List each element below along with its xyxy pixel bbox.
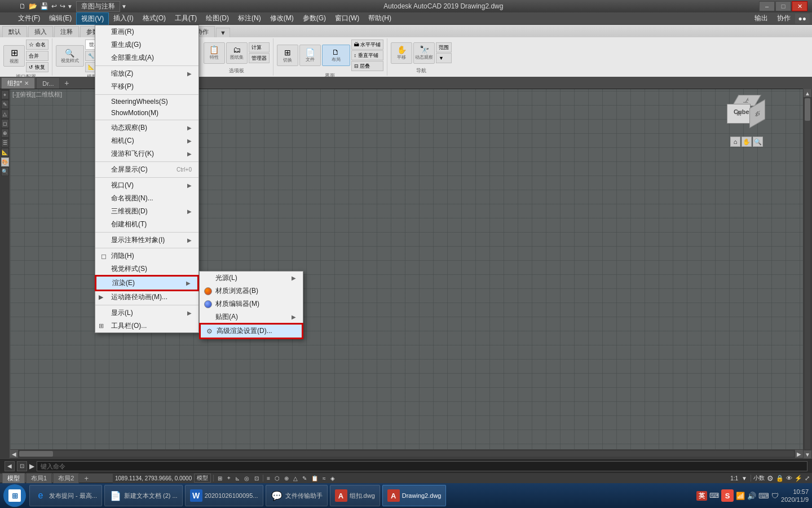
- tray-speaker[interactable]: 🔊: [747, 492, 756, 500]
- qa-new[interactable]: 🗋: [18, 2, 27, 10]
- status-mode[interactable]: 模型: [194, 474, 211, 483]
- tab-close-1[interactable]: ✕: [24, 80, 29, 86]
- menu-motionpath[interactable]: ▶ 运动路径动画(M)...: [95, 291, 198, 304]
- btn-viewport-restore[interactable]: ⊞ 视图: [3, 45, 25, 67]
- render-advanced-settings[interactable]: ⚙ 高级渲染设置(D)...: [200, 323, 303, 339]
- layout1-tab[interactable]: 布局1: [26, 473, 52, 484]
- cleanscreen[interactable]: ⤢: [805, 475, 810, 482]
- tray-input-method[interactable]: ⌨: [709, 492, 719, 500]
- nav-zoom[interactable]: 🔍: [753, 137, 763, 147]
- scroll-left-btn[interactable]: ◀: [10, 450, 18, 458]
- menu-regenall[interactable]: 全部重生成(A): [95, 51, 198, 64]
- annot-visibility[interactable]: ◈: [329, 475, 336, 481]
- vertical-scrollbar[interactable]: ▲ ▼: [803, 89, 812, 458]
- tray-s-icon[interactable]: S: [721, 489, 734, 502]
- menu-help[interactable]: 帮助(H): [364, 12, 396, 25]
- lt-btn-8[interactable]: 🎨: [1, 157, 9, 167]
- scroll-up-btn[interactable]: ▲: [804, 89, 811, 97]
- model-tab[interactable]: 模型: [2, 473, 25, 484]
- btn-dynamic-obs[interactable]: 🔭 动态观察: [413, 42, 435, 64]
- qa-dropdown[interactable]: ▼: [67, 3, 73, 10]
- dyn-input[interactable]: ✎: [301, 475, 308, 481]
- btn-viewport-conf[interactable]: 合并: [26, 51, 48, 61]
- menu-fullscreen[interactable]: 全屏显示(C)Ctrl+0: [95, 163, 198, 176]
- hardware-accel[interactable]: ⚡: [795, 475, 802, 482]
- menu-view[interactable]: 视图(V): [76, 12, 109, 25]
- menu-showmotion[interactable]: ShowMotion(M): [95, 107, 198, 119]
- btn-layers-off[interactable]: ↕ 垂直平铺: [351, 50, 384, 60]
- new-layout-btn[interactable]: +: [81, 474, 91, 483]
- qa-redo[interactable]: ↪: [59, 2, 67, 10]
- btn-named-views[interactable]: ☆ 命名: [26, 40, 48, 50]
- tray-security[interactable]: 🛡: [771, 492, 779, 500]
- taskbar-wechat[interactable]: 💬 文件传输助手: [266, 485, 328, 506]
- lt-btn-6[interactable]: ☰: [1, 138, 9, 147]
- osnap-toggle[interactable]: ⊡: [253, 475, 261, 482]
- 3dosnap-toggle[interactable]: △: [292, 475, 299, 481]
- menu-render[interactable]: 渲染(E)▶: [95, 275, 198, 291]
- viewport-label[interactable]: [-][俯视][二维线框]: [12, 90, 62, 99]
- sel-cycle[interactable]: ⊕: [283, 475, 290, 481]
- menu-format[interactable]: 格式(O): [138, 12, 170, 25]
- ortho-toggle[interactable]: ⊾: [234, 475, 241, 481]
- btn-switch-window[interactable]: ⊞ 切换: [277, 45, 298, 66]
- scroll-thumb-v[interactable]: [805, 98, 810, 121]
- nav-home[interactable]: ⌂: [730, 137, 740, 147]
- scroll-down-btn[interactable]: ▼: [804, 450, 811, 458]
- menu-steeringwheels[interactable]: SteeringWheels(S): [95, 96, 198, 107]
- btn-properties[interactable]: 📋 特性: [204, 42, 225, 64]
- layout2-tab[interactable]: 布局2: [53, 473, 79, 484]
- render-lights[interactable]: 光源(L)▶: [200, 271, 303, 284]
- minimize-btn[interactable]: –: [759, 1, 775, 11]
- btn-viewport-restore2[interactable]: ↺ 恢复: [26, 62, 48, 72]
- lt-btn-3[interactable]: △: [1, 110, 9, 119]
- menu-extra-btn[interactable]: ●●: [795, 14, 810, 24]
- btn-layers-lock[interactable]: ⊟ 层叠: [351, 61, 384, 71]
- lwt-toggle[interactable]: ≡: [266, 475, 271, 481]
- qa-open[interactable]: 📂: [28, 2, 38, 10]
- command-input[interactable]: [37, 461, 807, 471]
- btn-dbconn[interactable]: 计算: [249, 42, 270, 52]
- lt-btn-4[interactable]: ◻: [1, 119, 9, 128]
- taskbar-acad2[interactable]: A Drawing2.dwg: [382, 485, 447, 506]
- nav-zoom-in[interactable]: 范围: [436, 42, 452, 52]
- ribbon-tab-annotation[interactable]: 注释: [54, 26, 79, 37]
- cmd-nav-back[interactable]: ◀: [5, 461, 15, 471]
- start-button[interactable]: ⊞: [3, 484, 26, 507]
- menu-dimension[interactable]: 标注(N): [233, 12, 266, 25]
- qprop-toggle[interactable]: 📋: [310, 475, 319, 481]
- isolate-btn[interactable]: 👁: [786, 475, 792, 481]
- btn-file-tabs[interactable]: 📄 文件: [299, 45, 321, 66]
- scroll-track-h[interactable]: [19, 451, 794, 457]
- menu-hide[interactable]: ◻ 消隐(H): [95, 249, 198, 262]
- menu-display[interactable]: 显示(L)▶: [95, 306, 198, 319]
- menu-tools[interactable]: 工具(T): [170, 12, 201, 25]
- menu-createcamera[interactable]: 创建相机(T): [95, 218, 198, 231]
- render-mapping[interactable]: 贴图(A)▶: [200, 310, 303, 323]
- render-matbrowser[interactable]: 材质浏览器(B): [200, 284, 303, 297]
- workspace-switcher[interactable]: ⚙: [767, 474, 774, 483]
- close-btn[interactable]: ✕: [792, 1, 807, 11]
- menu-3dviews[interactable]: 三维视图(D)▶: [95, 205, 198, 218]
- menu-zoom[interactable]: 缩放(Z)▶: [95, 67, 198, 80]
- lock-icon[interactable]: 🔒: [776, 475, 784, 482]
- ribbon-section-dropdown[interactable]: ▼: [120, 3, 128, 10]
- ribbon-tab-default[interactable]: 默认: [2, 26, 27, 37]
- taskbar-ie[interactable]: e 发布提问 - 最高...: [29, 485, 102, 506]
- taskbar-notepad[interactable]: 📄 新建文本文档 (2) ...: [104, 485, 183, 506]
- btn-sheetset[interactable]: 🗂 图纸集: [226, 42, 248, 64]
- nav-zoom-ext[interactable]: ▼: [436, 53, 452, 63]
- menu-window[interactable]: 窗口(W): [330, 12, 364, 25]
- menu-parameter[interactable]: 参数(G): [298, 12, 330, 25]
- lt-btn-7[interactable]: 📐: [1, 148, 9, 157]
- menu-collaborate[interactable]: 协作: [773, 12, 795, 25]
- tray-clock[interactable]: 10:57 2020/11/9: [781, 488, 809, 504]
- viewcube[interactable]: 上 前 右 Cube: [727, 95, 766, 134]
- menu-file[interactable]: 文件(F): [14, 12, 45, 25]
- qa-save[interactable]: 💾: [39, 2, 50, 10]
- menu-pan[interactable]: 平移(P): [95, 80, 198, 93]
- menu-draw[interactable]: 绘图(D): [201, 12, 233, 25]
- tray-network[interactable]: 📶: [736, 492, 745, 500]
- annot-scale[interactable]: ≈: [321, 475, 327, 481]
- scroll-track-v[interactable]: [805, 98, 810, 449]
